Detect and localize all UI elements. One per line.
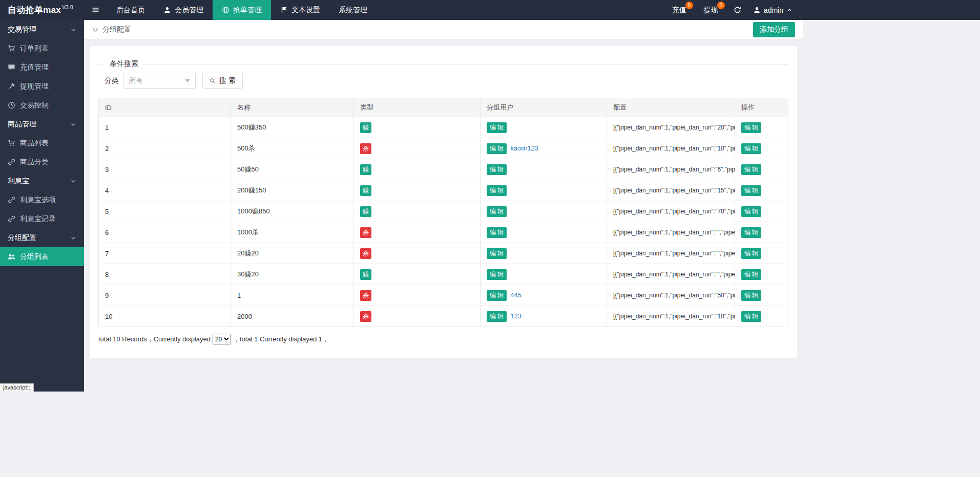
hamburger-icon [92, 6, 99, 14]
top-nav-system[interactable]: 系统管理 [329, 0, 377, 20]
type-badge[interactable]: 杀 [360, 143, 371, 154]
search-legend: 条件搜索 [105, 59, 143, 69]
user-link[interactable]: kaixin123 [510, 144, 538, 152]
cell-group-users: 编 辑 [481, 222, 607, 243]
table-header-row: ID名称类型分组用户配置操作 [99, 98, 788, 117]
cell-config: [{"pipei_dan_num":1,"pipei_dan_run":"15"… [607, 180, 735, 201]
top-nav-text-settings[interactable]: 文本设置 [271, 0, 329, 20]
link-status-tooltip: javascript:; [0, 383, 34, 392]
clock-icon [8, 101, 15, 109]
edit-config-button[interactable]: 编 辑 [741, 290, 761, 301]
cell-type: 杀 [354, 138, 481, 159]
user-link[interactable]: 123 [510, 312, 522, 320]
type-badge[interactable]: 赚 [360, 185, 371, 196]
category-select-value: 所有 [129, 76, 143, 85]
sidebar-group-trade-manage[interactable]: 交易管理 [0, 20, 84, 39]
sidebar-group-lixibao[interactable]: 利息宝 [0, 171, 84, 190]
cell-actions: 编 辑 [735, 138, 788, 159]
sidebar-item-goods-list[interactable]: 商品列表 [0, 134, 84, 153]
edit-config-button[interactable]: 编 辑 [741, 164, 761, 175]
type-badge[interactable]: 杀 [360, 311, 371, 322]
top-nav-members[interactable]: 会员管理 [154, 0, 213, 20]
sidebar-item-recharge-manage[interactable]: 充值管理 [0, 58, 84, 77]
cell-config: [{"pipei_dan_num":1,"pipei_dan_run":"","… [607, 264, 735, 285]
cell-actions: 编 辑 [735, 159, 788, 180]
cell-config: [{"pipei_dan_num":1,"pipei_dan_run":"50"… [607, 285, 735, 306]
topbar: 自动抢单maxV3.0 后台首页会员管理抢单管理文本设置系统管理 充值0提现0 … [0, 0, 980, 20]
category-label: 分类 [105, 76, 119, 85]
top-nav-orders[interactable]: 抢单管理 [213, 0, 271, 20]
sidebar-item-label: 利息宝记录 [20, 214, 56, 224]
sidebar-item-label: 订单列表 [20, 44, 49, 53]
edit-config-button[interactable]: 编 辑 [741, 269, 761, 280]
edit-config-button[interactable]: 编 辑 [741, 143, 761, 154]
type-badge[interactable]: 杀 [360, 248, 371, 259]
table-row: 61000杀杀编 辑[{"pipei_dan_num":1,"pipei_dan… [99, 222, 788, 243]
edit-users-button[interactable]: 编 辑 [487, 248, 507, 259]
sidebar-item-lixibao-records[interactable]: 利息宝记录 [0, 209, 84, 228]
table-row: 1500赚350赚编 辑[{"pipei_dan_num":1,"pipei_d… [99, 117, 788, 138]
sidebar-item-goods-category[interactable]: 商品分类 [0, 153, 84, 171]
sidebar-group-label: 商品管理 [8, 120, 36, 129]
type-badge[interactable]: 赚 [360, 122, 371, 133]
table-row: 91杀编 辑445[{"pipei_dan_num":1,"pipei_dan_… [99, 285, 788, 306]
sidebar-group-label: 利息宝 [8, 177, 29, 186]
edit-users-button[interactable]: 编 辑 [487, 143, 507, 154]
type-badge[interactable]: 赚 [360, 206, 371, 217]
withdraw-button[interactable]: 提现0 [695, 0, 727, 20]
sidebar-item-trade-control[interactable]: 交易控制 [0, 96, 84, 115]
sidebar-item-group-list[interactable]: 分组列表 [0, 247, 84, 266]
type-badge[interactable]: 赚 [360, 164, 371, 175]
breadcrumb: 分组配置 添加分组 [84, 20, 803, 40]
type-badge[interactable]: 杀 [360, 290, 371, 301]
edit-users-button[interactable]: 编 辑 [487, 311, 507, 322]
sidebar-group-group-config[interactable]: 分组配置 [0, 228, 84, 247]
category-select[interactable]: 所有 [123, 73, 196, 89]
refresh-button[interactable] [727, 0, 748, 20]
sidebar-item-withdraw-manage[interactable]: 提现管理 [0, 77, 84, 96]
search-button-label: 搜 索 [219, 76, 236, 85]
edit-users-button[interactable]: 编 辑 [487, 164, 507, 175]
type-badge[interactable]: 杀 [360, 227, 371, 238]
notification-badge: 0 [685, 2, 693, 9]
sidebar-item-order-list[interactable]: 订单列表 [0, 39, 84, 58]
edit-users-button[interactable]: 编 辑 [487, 269, 507, 280]
edit-config-button[interactable]: 编 辑 [741, 206, 761, 217]
edit-config-button[interactable]: 编 辑 [741, 185, 761, 196]
edit-users-button[interactable]: 编 辑 [487, 227, 507, 238]
app-logo: 自动抢单maxV3.0 [0, 0, 84, 20]
sidebar-group-label: 分组配置 [8, 233, 36, 243]
edit-config-button[interactable]: 编 辑 [741, 311, 761, 322]
cell-actions: 编 辑 [735, 201, 788, 222]
link-icon [8, 158, 15, 166]
user-menu[interactable]: admin [748, 0, 800, 20]
cell-name: 1 [231, 285, 354, 306]
cart-icon [8, 45, 15, 52]
menu-toggle-button[interactable] [84, 0, 107, 20]
edit-config-button[interactable]: 编 辑 [741, 227, 761, 238]
sidebar-item-lixibao-options[interactable]: 利息宝选项 [0, 190, 84, 209]
type-badge[interactable]: 赚 [360, 269, 371, 280]
edit-config-button[interactable]: 编 辑 [741, 248, 761, 259]
edit-users-button[interactable]: 编 辑 [487, 206, 507, 217]
cell-type: 赚 [354, 159, 481, 180]
cell-group-users: 编 辑 [481, 201, 607, 222]
top-nav-dashboard[interactable]: 后台首页 [107, 0, 154, 20]
top-nav-label: 系统管理 [339, 6, 367, 15]
edit-users-button[interactable]: 编 辑 [487, 122, 507, 133]
search-button[interactable]: 搜 索 [202, 73, 243, 89]
cell-config: [{"pipei_dan_num":1,"pipei_dan_run":"20"… [607, 117, 735, 138]
recharge-button[interactable]: 充值0 [663, 0, 695, 20]
user-link[interactable]: 445 [510, 291, 522, 299]
edit-config-button[interactable]: 编 辑 [741, 122, 761, 133]
cell-id: 4 [99, 180, 231, 201]
add-group-button[interactable]: 添加分组 [753, 22, 795, 37]
cell-actions: 编 辑 [735, 222, 788, 243]
sidebar-item-label: 充值管理 [20, 63, 49, 72]
edit-users-button[interactable]: 编 辑 [487, 185, 507, 196]
page-size-select[interactable]: 20 [213, 334, 231, 344]
sidebar-group-goods-manage[interactable]: 商品管理 [0, 115, 84, 134]
cell-type: 杀 [354, 222, 481, 243]
cell-type: 杀 [354, 285, 481, 306]
edit-users-button[interactable]: 编 辑 [487, 290, 507, 301]
